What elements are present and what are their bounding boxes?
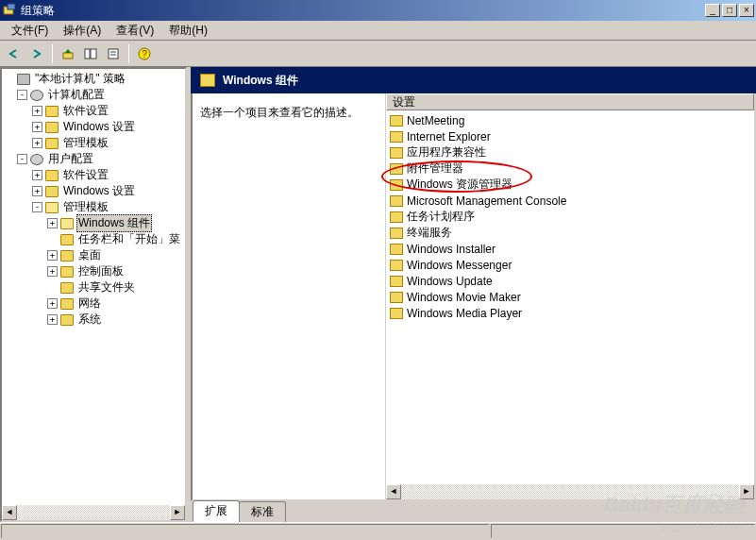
list-item-label: 终端服务 [407, 225, 452, 241]
column-header-setting[interactable]: 设置 [386, 93, 754, 110]
tree-taskbar[interactable]: 任务栏和「开始」菜 [76, 231, 182, 247]
back-button[interactable] [4, 43, 25, 64]
scroll-track[interactable] [401, 484, 739, 499]
maximize-button[interactable]: □ [722, 4, 737, 17]
folder-icon [200, 74, 215, 87]
list-item-label: NetMeeting [407, 114, 464, 127]
expander[interactable]: - [32, 202, 42, 212]
folder-icon [390, 131, 403, 143]
tab-extended[interactable]: 扩展 [193, 500, 240, 522]
tree-control-panel[interactable]: 控制面板 [76, 263, 126, 279]
list-item-label: Windows Movie Maker [407, 291, 521, 304]
list-item[interactable]: NetMeeting [386, 112, 754, 128]
tree-comp-software[interactable]: 软件设置 [61, 103, 110, 119]
menu-action[interactable]: 操作(A) [56, 21, 109, 41]
tree-network[interactable]: 网络 [76, 295, 103, 312]
folder-icon [390, 163, 403, 175]
tree-comp-admin[interactable]: 管理模板 [61, 135, 110, 151]
expander[interactable]: + [32, 106, 42, 116]
scroll-left-button[interactable]: ◄ [2, 505, 17, 520]
expander[interactable]: + [32, 170, 42, 180]
expander[interactable]: + [47, 218, 58, 228]
status-bar [0, 522, 756, 539]
show-hide-button[interactable] [80, 43, 101, 64]
tree-shared-folders[interactable]: 共享文件夹 [76, 279, 137, 295]
toolbar: ? [0, 41, 756, 67]
tree-windows-components[interactable]: Windows 组件 [76, 214, 152, 232]
list-item[interactable]: Windows Media Player [386, 305, 754, 321]
expander[interactable]: + [47, 250, 58, 261]
expander[interactable]: + [32, 122, 42, 132]
list-item[interactable]: Windows 资源管理器 [386, 177, 754, 193]
list-item[interactable]: Microsoft Management Console [386, 193, 754, 209]
list-item[interactable]: 任务计划程序 [386, 209, 754, 225]
folder-icon [45, 186, 59, 197]
expander[interactable]: + [32, 138, 42, 148]
folder-icon [390, 244, 403, 255]
expander[interactable]: + [47, 314, 58, 325]
close-button[interactable]: × [739, 4, 754, 17]
tree-pane: "本地计算机" 策略 -计算机配置 +软件设置 +Windows 设置 +管理模… [0, 67, 187, 522]
scroll-track[interactable] [17, 505, 170, 520]
list-item[interactable]: Windows Update [386, 273, 754, 289]
expander[interactable]: + [47, 266, 58, 277]
list-item-label: 任务计划程序 [407, 209, 475, 225]
scroll-left-button[interactable]: ◄ [386, 484, 401, 499]
folder-icon [60, 266, 74, 278]
properties-button[interactable] [103, 43, 124, 64]
folder-icon [390, 292, 403, 303]
folder-icon [60, 282, 74, 294]
folder-icon [60, 314, 74, 326]
help-button[interactable]: ? [134, 43, 155, 64]
folder-icon [390, 260, 403, 271]
scroll-right-button[interactable]: ► [170, 505, 185, 520]
list-item-label: Windows Installer [407, 243, 496, 256]
list-item[interactable]: Windows Messenger [386, 257, 754, 273]
list-item[interactable]: 终端服务 [386, 225, 754, 241]
tab-standard[interactable]: 标准 [239, 501, 286, 522]
tree-system[interactable]: 系统 [76, 312, 103, 328]
view-tabs: 扩展 标准 [191, 501, 756, 522]
list-item-label: Windows Messenger [407, 259, 512, 272]
list-item-label: Windows Media Player [407, 307, 522, 320]
menu-view[interactable]: 查看(V) [109, 21, 161, 41]
expander[interactable]: + [47, 298, 58, 309]
list-item[interactable]: Internet Explorer [386, 128, 754, 144]
forward-button[interactable] [26, 43, 47, 64]
svg-rect-3 [85, 49, 90, 59]
up-button[interactable] [58, 43, 78, 64]
tree-user-software[interactable]: 软件设置 [61, 167, 110, 183]
minimize-button[interactable]: _ [705, 4, 720, 17]
list-item[interactable]: 应用程序兼容性 [386, 144, 754, 160]
expander[interactable]: - [17, 90, 27, 100]
menu-file[interactable]: 文件(F) [4, 21, 56, 41]
tree-desktop[interactable]: 桌面 [76, 247, 103, 263]
folder-icon [390, 211, 403, 223]
menu-help[interactable]: 帮助(H) [161, 21, 215, 41]
window-title: 组策略 [21, 3, 55, 19]
svg-rect-1 [8, 4, 15, 9]
folder-icon [45, 138, 59, 149]
expander[interactable]: - [17, 154, 27, 164]
scroll-right-button[interactable]: ► [739, 484, 754, 499]
description-pane: 选择一个项目来查看它的描述。 [193, 93, 386, 499]
folder-icon [390, 115, 403, 127]
expander[interactable]: + [32, 186, 42, 196]
tree-user-windows[interactable]: Windows 设置 [61, 183, 137, 199]
list-item[interactable]: Windows Movie Maker [386, 289, 754, 305]
tree-computer-config[interactable]: 计算机配置 [46, 87, 107, 103]
list-item-label: Windows Update [407, 275, 493, 288]
list-item-label: 应用程序兼容性 [407, 144, 486, 160]
tree-comp-windows[interactable]: Windows 设置 [61, 119, 137, 135]
folder-open-icon [45, 202, 59, 213]
list-item-label: Microsoft Management Console [407, 194, 566, 208]
list-item[interactable]: 附件管理器 [386, 160, 754, 177]
tree-root[interactable]: "本地计算机" 策略 [33, 71, 127, 87]
title-bar: 组策略 _ □ × [0, 0, 756, 21]
list-item-label: 附件管理器 [407, 160, 463, 177]
list-item[interactable]: Windows Installer [386, 241, 754, 257]
tree-user-admin[interactable]: 管理模板 [61, 199, 110, 215]
folder-icon [390, 179, 403, 191]
tree-user-config[interactable]: 用户配置 [46, 151, 95, 167]
content-header: Windows 组件 [191, 67, 756, 93]
